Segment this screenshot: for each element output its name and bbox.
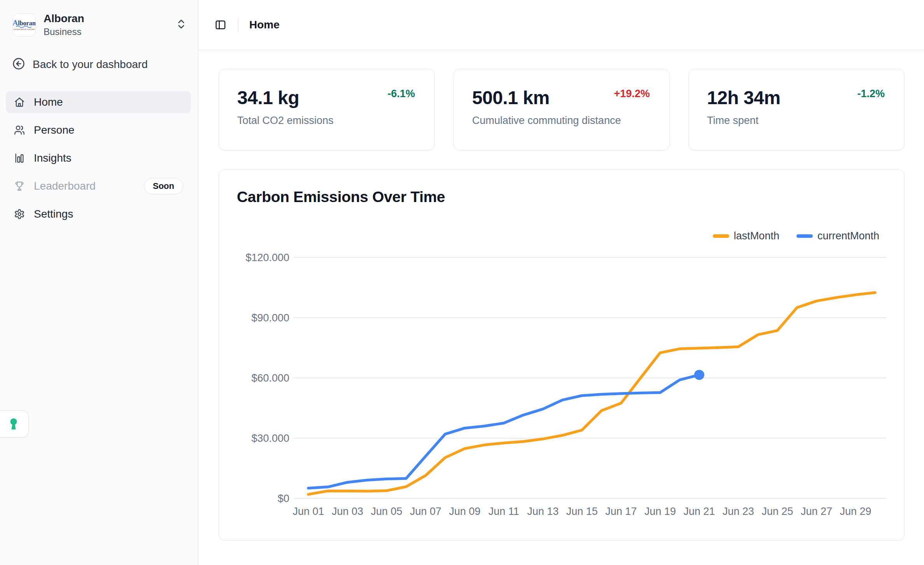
sidebar-item-home[interactable]: Home bbox=[6, 91, 191, 113]
x-axis-tick-label: Jun 19 bbox=[644, 506, 676, 517]
series-line-lastMonth bbox=[308, 293, 875, 494]
legend-item-currentmonth: currentMonth bbox=[796, 230, 879, 242]
sidebar-nav: Home Persone Insights Leaderboard So bbox=[6, 91, 191, 225]
x-axis-tick-label: Jun 03 bbox=[332, 506, 363, 517]
stat-card-co2: 34.1 kg Total CO2 emissions -6.1% bbox=[219, 69, 435, 150]
bar-chart-icon bbox=[14, 153, 25, 164]
workspace-names: Alboran Business bbox=[44, 12, 175, 37]
back-to-dashboard-label: Back to your dashboard bbox=[33, 58, 148, 71]
page-title: Home bbox=[249, 19, 280, 31]
workspace-switcher[interactable]: Alboran cooperativa sociale Alboran Busi… bbox=[0, 0, 198, 37]
stat-delta: +19.2% bbox=[614, 88, 650, 100]
app-root: Alboran cooperativa sociale Alboran Busi… bbox=[0, 0, 924, 565]
circle-arrow-left-icon bbox=[12, 58, 25, 71]
topbar-divider bbox=[238, 18, 238, 31]
sidebar-toggle-button[interactable] bbox=[215, 19, 226, 31]
home-icon bbox=[14, 97, 25, 108]
x-axis-tick-label: Jun 15 bbox=[566, 506, 598, 517]
sidebar-item-insights[interactable]: Insights bbox=[6, 147, 191, 169]
sidebar-item-label: Leaderboard bbox=[34, 180, 96, 192]
stats-row: 34.1 kg Total CO2 emissions -6.1% 500.1 … bbox=[219, 69, 905, 150]
keyhole-icon bbox=[7, 417, 21, 431]
sidebar-item-persone[interactable]: Persone bbox=[6, 119, 191, 141]
sidebar-item-label: Insights bbox=[34, 152, 72, 164]
legend-label: lastMonth bbox=[734, 230, 779, 242]
workspace-plan: Business bbox=[44, 26, 175, 37]
chevrons-up-down-icon bbox=[175, 18, 187, 31]
content: 34.1 kg Total CO2 emissions -6.1% 500.1 … bbox=[198, 50, 924, 541]
workspace-name: Alboran bbox=[44, 12, 175, 25]
x-axis-tick-label: Jun 25 bbox=[761, 506, 793, 517]
trophy-icon bbox=[14, 181, 25, 192]
sidebar-item-label: Persone bbox=[34, 124, 74, 136]
x-axis-tick-label: Jun 07 bbox=[410, 506, 441, 517]
x-axis-tick-label: Jun 13 bbox=[527, 506, 558, 517]
main-area: Home 34.1 kg Total CO2 emissions -6.1% 5… bbox=[198, 0, 924, 565]
legend-item-lastmonth: lastMonth bbox=[713, 230, 779, 242]
legend-swatch-currentmonth bbox=[796, 234, 813, 238]
line-chart: $0$30.000$60.000$90.000$120.000Jun 01Jun… bbox=[219, 241, 905, 524]
stat-card-time: 12h 34m Time spent -1.2% bbox=[688, 69, 905, 150]
y-axis-tick-label: $60.000 bbox=[251, 372, 289, 384]
panel-left-icon bbox=[215, 19, 226, 31]
chart-legend: lastMonth currentMonth bbox=[219, 230, 879, 241]
sidebar: Alboran cooperativa sociale Alboran Busi… bbox=[0, 0, 198, 565]
x-axis-tick-label: Jun 27 bbox=[801, 506, 832, 517]
legend-swatch-lastmonth bbox=[713, 234, 729, 238]
gear-icon bbox=[14, 209, 25, 220]
chart-title: Carbon Emissions Over Time bbox=[237, 188, 886, 206]
x-axis-tick-label: Jun 21 bbox=[683, 506, 715, 517]
y-axis-tick-label: $0 bbox=[278, 493, 289, 504]
sidebar-item-label: Settings bbox=[34, 208, 73, 220]
stat-delta: -6.1% bbox=[387, 88, 415, 100]
stat-label: Cumulative commuting distance bbox=[472, 115, 651, 127]
x-axis-tick-label: Jun 23 bbox=[723, 506, 754, 517]
topbar: Home bbox=[198, 0, 924, 50]
series-line-currentMonth bbox=[308, 375, 699, 488]
x-axis-tick-label: Jun 01 bbox=[292, 506, 324, 517]
x-axis-tick-label: Jun 29 bbox=[840, 506, 871, 517]
y-axis-tick-label: $120.000 bbox=[245, 252, 289, 263]
users-icon bbox=[14, 125, 25, 136]
stat-label: Time spent bbox=[707, 115, 886, 127]
chart-card: Carbon Emissions Over Time lastMonth cur… bbox=[219, 169, 905, 541]
privacy-keyhole-button[interactable] bbox=[0, 410, 29, 438]
stat-delta: -1.2% bbox=[857, 88, 885, 100]
x-axis-tick-label: Jun 09 bbox=[449, 506, 480, 517]
sidebar-item-settings[interactable]: Settings bbox=[6, 203, 191, 225]
y-axis-tick-label: $90.000 bbox=[251, 312, 289, 324]
sidebar-item-leaderboard: Leaderboard Soon bbox=[6, 175, 191, 197]
workspace-logo: Alboran cooperativa sociale bbox=[12, 13, 36, 37]
workspace-logo-subtext: cooperativa sociale bbox=[13, 28, 35, 30]
back-to-dashboard-link[interactable]: Back to your dashboard bbox=[12, 58, 187, 71]
sidebar-item-label: Home bbox=[34, 96, 63, 108]
logo-wave-icon bbox=[16, 25, 33, 28]
x-axis-tick-label: Jun 17 bbox=[605, 506, 637, 517]
legend-label: currentMonth bbox=[817, 230, 879, 242]
series-endpoint-dot-currentMonth bbox=[694, 370, 704, 380]
stat-card-distance: 500.1 km Cumulative commuting distance +… bbox=[453, 69, 670, 150]
x-axis-tick-label: Jun 05 bbox=[371, 506, 402, 517]
soon-badge: Soon bbox=[144, 178, 183, 194]
x-axis-tick-label: Jun 11 bbox=[488, 506, 519, 517]
y-axis-tick-label: $30.000 bbox=[251, 432, 289, 444]
stat-label: Total CO2 emissions bbox=[237, 115, 416, 127]
